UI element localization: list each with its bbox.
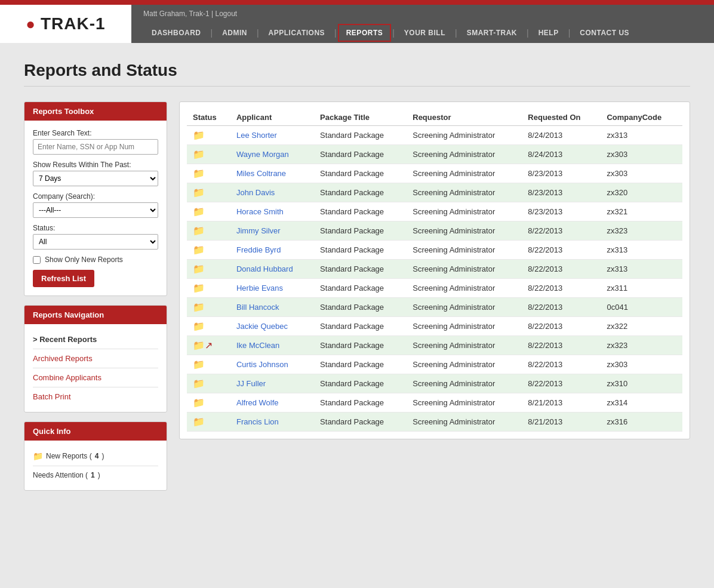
applicant-link[interactable]: Freddie Byrd <box>236 245 281 254</box>
package-cell: Standard Package <box>314 412 407 432</box>
applicant-cell[interactable]: Lee Shorter <box>230 126 314 145</box>
logo-area: ● TRAK-1 <box>0 5 131 43</box>
col-status: Status <box>187 109 230 126</box>
folder-icon: 📁 <box>193 417 205 427</box>
applicant-link[interactable]: Horace Smith <box>236 207 284 216</box>
date-cell: 8/22/2013 <box>522 279 601 298</box>
applicant-link[interactable]: Donald Hubbard <box>236 264 293 273</box>
table-area: Status Applicant Package Title Requestor… <box>179 101 690 439</box>
applicant-link[interactable]: Jackie Quebec <box>236 322 288 331</box>
applicant-link[interactable]: Miles Coltrane <box>236 169 286 178</box>
nav-applications[interactable]: APPLICATIONS <box>260 23 333 43</box>
nav-sep-5: | <box>454 28 458 38</box>
folder-icon: 📁 <box>193 245 205 255</box>
nav-dashboard[interactable]: DASHBOARD <box>143 23 210 43</box>
table-row: 📁Bill HancockStandard PackageScreening A… <box>187 298 682 317</box>
date-cell: 8/24/2013 <box>522 145 601 164</box>
refresh-button[interactable]: Refresh List <box>33 270 94 287</box>
top-red-bar <box>0 0 714 5</box>
applicant-cell[interactable]: Francis Lion <box>230 412 314 432</box>
nav-admin[interactable]: ADMIN <box>214 23 256 43</box>
folder-icon: 📁 <box>193 321 205 331</box>
applicant-cell[interactable]: John Davis <box>230 183 314 202</box>
applicant-cell[interactable]: Curtis Johnson <box>230 355 314 374</box>
code-cell: zx321 <box>601 202 682 221</box>
nav-smart-trak[interactable]: SMART-TRAK <box>458 23 525 43</box>
code-cell: zx311 <box>601 279 682 298</box>
nav-batch-print[interactable]: Batch Print <box>33 387 158 406</box>
company-label: Company (Search): <box>33 192 158 201</box>
nav-your-bill[interactable]: YOUR BILL <box>396 23 454 43</box>
status-label: Status: <box>33 224 158 232</box>
applicant-cell[interactable]: Miles Coltrane <box>230 164 314 183</box>
nav-sep-7: | <box>567 28 572 38</box>
nav-help[interactable]: HELP <box>530 23 567 43</box>
applicant-link[interactable]: Alfred Wolfe <box>236 398 279 407</box>
needs-attention-row: Needs Attention ( 1 ) <box>33 466 158 484</box>
applicant-link[interactable]: Jimmy Silver <box>236 226 281 235</box>
table-row: 📁Freddie ByrdStandard PackageScreening A… <box>187 241 682 260</box>
applicant-cell[interactable]: Bill Hancock <box>230 298 314 317</box>
nav-reports[interactable]: REPORTS <box>338 24 392 42</box>
applicant-cell[interactable]: Ike McClean <box>230 336 314 355</box>
applicant-link[interactable]: Herbie Evans <box>236 284 283 293</box>
applicant-cell[interactable]: Herbie Evans <box>230 279 314 298</box>
nav-archived-reports[interactable]: Archived Reports <box>33 349 158 368</box>
logout-link[interactable]: Logout <box>215 10 237 18</box>
applicant-link[interactable]: Curtis Johnson <box>236 360 288 369</box>
applicant-link[interactable]: JJ Fuller <box>236 379 266 388</box>
applicant-link[interactable]: John Davis <box>236 188 275 197</box>
nav-sep-6: | <box>525 28 530 38</box>
show-new-checkbox[interactable] <box>33 256 41 264</box>
applicant-link[interactable]: Wayne Morgan <box>236 150 289 159</box>
status-select[interactable]: All New Pending Complete <box>33 234 158 250</box>
status-icon-cell: 📁 <box>187 164 230 183</box>
table-row: 📁Jackie QuebecStandard PackageScreening … <box>187 317 682 336</box>
code-cell: 0c041 <box>601 298 682 317</box>
applicant-cell[interactable]: Wayne Morgan <box>230 145 314 164</box>
table-header-row: Status Applicant Package Title Requestor… <box>187 109 682 126</box>
main-layout: Reports Toolbox Enter Search Text: Show … <box>24 101 690 491</box>
col-requestor: Requestor <box>407 109 522 126</box>
requestor-cell: Screening Administrator <box>407 241 522 260</box>
reports-nav-panel: Reports Navigation > Recent Reports Arch… <box>24 305 167 412</box>
status-icon-cell: 📁 <box>187 393 230 412</box>
applicant-cell[interactable]: JJ Fuller <box>230 374 314 393</box>
folder-icon: 📁 <box>193 226 205 236</box>
date-cell: 8/22/2013 <box>522 260 601 279</box>
applicant-cell[interactable]: Jackie Quebec <box>230 317 314 336</box>
package-cell: Standard Package <box>314 355 407 374</box>
applicant-link[interactable]: Bill Hancock <box>236 303 279 312</box>
status-icon-cell: 📁↗ <box>187 336 230 355</box>
status-icon-cell: 📁 <box>187 221 230 241</box>
applicant-cell[interactable]: Jimmy Silver <box>230 221 314 241</box>
applicant-cell[interactable]: Freddie Byrd <box>230 241 314 260</box>
package-cell: Standard Package <box>314 221 407 241</box>
search-input[interactable] <box>33 139 158 155</box>
applicant-link[interactable]: Lee Shorter <box>236 131 277 140</box>
table-header: Status Applicant Package Title Requestor… <box>187 109 682 126</box>
sidebar: Reports Toolbox Enter Search Text: Show … <box>24 101 167 491</box>
nav-recent-reports: > Recent Reports <box>33 330 158 349</box>
package-cell: Standard Package <box>314 241 407 260</box>
applicant-cell[interactable]: Horace Smith <box>230 202 314 221</box>
nav-contact-us[interactable]: CONTACT US <box>571 23 638 43</box>
show-new-label: Show Only New Reports <box>45 255 123 264</box>
applicant-link[interactable]: Ike McClean <box>236 341 279 350</box>
applicant-cell[interactable]: Donald Hubbard <box>230 260 314 279</box>
applicant-cell[interactable]: Alfred Wolfe <box>230 393 314 412</box>
nav-sep-3: | <box>333 28 338 38</box>
code-cell: zx316 <box>601 412 682 432</box>
folder-icon: 📁 <box>193 264 205 274</box>
nav-combine-applicants[interactable]: Combine Applicants <box>33 368 158 387</box>
code-cell: zx314 <box>601 393 682 412</box>
company-select[interactable]: ---All--- <box>33 202 158 218</box>
code-cell: zx313 <box>601 126 682 145</box>
results-within-select[interactable]: 7 Days 30 Days 60 Days 90 Days All <box>33 171 158 186</box>
reports-table: Status Applicant Package Title Requestor… <box>187 109 682 432</box>
applicant-link[interactable]: Francis Lion <box>236 417 279 426</box>
col-company-code: CompanyCode <box>601 109 682 126</box>
package-cell: Standard Package <box>314 183 407 202</box>
needs-attention-count: 1 <box>91 471 95 479</box>
date-cell: 8/22/2013 <box>522 317 601 336</box>
